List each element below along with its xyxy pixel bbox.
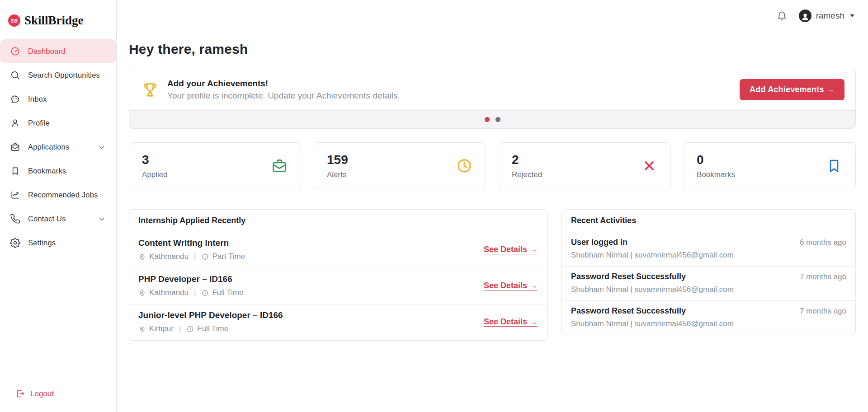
stat-label: Applied: [142, 170, 168, 179]
sidebar-item-settings[interactable]: Settings: [0, 231, 116, 255]
see-details-link[interactable]: See Details →: [484, 281, 538, 290]
carousel-dot-2[interactable]: [495, 117, 500, 122]
carousel-dot-1[interactable]: [485, 117, 490, 122]
app-window: SB SkillBridge Dashboard Search Opportun…: [0, 0, 868, 412]
job-title: PHP Developer – ID166: [138, 274, 243, 284]
chart-icon: [10, 190, 20, 200]
sidebar-item-label: Profile: [28, 119, 50, 127]
job-type: Part Time: [212, 252, 245, 261]
briefcase-icon: [271, 157, 288, 174]
clock-icon: [201, 289, 209, 297]
user-icon: [10, 118, 20, 128]
applied-panel: Internship Applied Recently Content Writ…: [129, 209, 548, 341]
sidebar: SB SkillBridge Dashboard Search Opportun…: [0, 0, 117, 412]
stat-card-rejected: 2 Rejected: [499, 142, 671, 189]
activity-row: User logged in 6 months ago Shubham Nirm…: [562, 232, 855, 267]
sidebar-item-label: Applications: [28, 143, 69, 151]
applied-job-row: PHP Developer – ID166 Kathmandu | Full T…: [129, 268, 547, 304]
job-meta: Kathmandu | Part Time: [138, 252, 245, 261]
carousel-dots: [129, 110, 855, 128]
search-icon: [10, 70, 20, 80]
see-details-link[interactable]: See Details →: [484, 245, 538, 254]
activities-panel: Recent Activities User logged in 6 month…: [561, 209, 856, 335]
meta-separator: |: [192, 252, 198, 261]
main-area: Hey there, ramesh Add your Achievements!…: [117, 32, 868, 341]
stat-value: 0: [697, 153, 735, 167]
activity-time: 7 months ago: [800, 272, 846, 281]
applied-rows: Content Writing Intern Kathmandu | Part …: [129, 232, 547, 340]
stat-text: 159 Alerts: [327, 153, 348, 179]
stat-card-bookmarks: 0 Bookmarks: [684, 142, 856, 189]
brand-badge-icon: SB: [8, 14, 20, 27]
meta-separator: |: [177, 324, 183, 333]
sidebar-item-applications[interactable]: Applications: [0, 135, 116, 159]
location-pin-icon: [138, 253, 146, 261]
clock-icon: [456, 157, 473, 174]
banner-subtitle: Your profile is incomplete. Update your …: [167, 91, 400, 101]
activity-detail: Shubham Nirmal | suvamnirmal456@gmail.co…: [571, 251, 846, 260]
stats-row: 3 Applied 159 Alerts 2 Rejected 0 Bookma…: [129, 142, 856, 189]
avatar: [799, 9, 811, 22]
job-meta: Kathmandu | Full Time: [138, 288, 243, 297]
job-location: Kirtipur: [149, 324, 174, 333]
content-column: ramesh Hey there, ramesh Add your Achiev…: [117, 0, 868, 412]
activity-title: User logged in: [571, 238, 627, 247]
activity-time: 6 months ago: [800, 238, 846, 247]
clock-icon: [186, 325, 194, 333]
banner-main: Add your Achievements! Your profile is i…: [129, 68, 855, 110]
notification-bell-icon[interactable]: [777, 11, 787, 21]
activity-time: 7 months ago: [800, 307, 846, 316]
sidebar-item-label: Settings: [28, 239, 56, 247]
sidebar-nav: Dashboard Search Opportunities Inbox Pro…: [0, 39, 116, 255]
job-type: Full Time: [197, 324, 228, 333]
stat-card-applied: 3 Applied: [129, 142, 301, 189]
stat-text: 3 Applied: [142, 153, 168, 179]
sidebar-item-inbox[interactable]: Inbox: [0, 87, 116, 111]
activities-panel-title: Recent Activities: [571, 216, 636, 225]
banner-text: Add your Achievements! Your profile is i…: [167, 79, 400, 101]
sidebar-item-contact-us[interactable]: Contact Us: [0, 207, 116, 231]
x-icon: [641, 157, 658, 174]
stat-card-alerts: 159 Alerts: [314, 142, 486, 189]
bookmark-icon: [826, 157, 843, 174]
see-details-link[interactable]: See Details →: [484, 317, 538, 327]
job-info: Junior-level PHP Developer – ID166 Kirti…: [138, 310, 283, 333]
stat-text: 2 Rejected: [512, 153, 542, 179]
banner-title: Add your Achievements!: [167, 79, 400, 89]
add-achievements-button[interactable]: Add Achievements →: [740, 79, 844, 100]
sidebar-item-label: Bookmarks: [28, 167, 66, 175]
logout-button[interactable]: Logout: [15, 389, 54, 398]
gauge-icon: [10, 46, 20, 56]
sidebar-item-dashboard[interactable]: Dashboard: [0, 39, 116, 63]
sidebar-item-profile[interactable]: Profile: [0, 111, 116, 135]
chat-icon: [10, 94, 20, 104]
brand-logo[interactable]: SB SkillBridge: [0, 0, 116, 28]
stat-value: 3: [142, 153, 168, 167]
job-info: Content Writing Intern Kathmandu | Part …: [138, 238, 245, 261]
sidebar-item-label: Inbox: [28, 95, 47, 103]
page-title: Hey there, ramesh: [129, 42, 856, 57]
gear-icon: [10, 238, 20, 248]
job-location: Kathmandu: [149, 252, 189, 261]
user-menu[interactable]: ramesh: [799, 9, 854, 22]
job-title: Junior-level PHP Developer – ID166: [138, 310, 283, 320]
activity-top: Password Reset Successfully 7 months ago: [571, 306, 846, 316]
applied-job-row: Junior-level PHP Developer – ID166 Kirti…: [129, 304, 547, 340]
caret-down-icon: [850, 14, 854, 17]
chevron-down-icon: [98, 144, 105, 151]
stat-value: 159: [327, 153, 348, 167]
panels-row: Internship Applied Recently Content Writ…: [129, 209, 856, 341]
stat-value: 2: [512, 153, 542, 167]
sidebar-item-search-opportunities[interactable]: Search Opportunities: [0, 63, 116, 87]
activity-detail: Shubham Nirmal | suvamnirmal456@gmail.co…: [571, 285, 846, 294]
activity-title: Password Reset Successfully: [571, 272, 686, 281]
sidebar-item-bookmarks[interactable]: Bookmarks: [0, 159, 116, 183]
topbar: ramesh: [117, 0, 868, 32]
activity-row: Password Reset Successfully 7 months ago…: [562, 267, 855, 301]
job-type: Full Time: [212, 288, 243, 297]
stat-label: Alerts: [327, 170, 348, 179]
sidebar-item-label: Search Opportunities: [28, 71, 100, 80]
applied-panel-title: Internship Applied Recently: [138, 216, 245, 225]
logout-icon: [15, 389, 25, 398]
sidebar-item-recommended-jobs[interactable]: Recommended Jobs: [0, 183, 116, 207]
